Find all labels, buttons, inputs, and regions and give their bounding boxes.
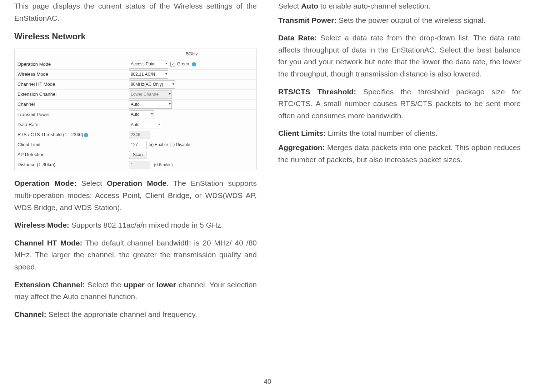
section-heading: Wireless Network — [14, 30, 257, 43]
row-transmit-power: Transmit Power Auto — [15, 110, 256, 120]
table-header-row: 5GHz — [15, 49, 256, 60]
green-checkbox[interactable]: ✓ — [170, 62, 175, 66]
client-limit-input[interactable]: 127 — [129, 141, 147, 149]
left-column: This page displays the current status of… — [14, 0, 257, 373]
transmit-power-paragraph: Transmit Power: Sets the power output of… — [278, 14, 521, 26]
label-rts-threshold: RTS / CTS Threshold (1 - 2346)i — [15, 130, 128, 140]
label-channel: Channel — [15, 100, 128, 109]
channel-paragraph: Channel: Select the approriate channel a… — [14, 308, 257, 321]
client-limits-paragraph: Client Limits: Limits the total number o… — [278, 127, 521, 139]
right-column: Select Auto to enable auto-channel selec… — [278, 0, 521, 373]
auto-channel-paragraph: Select Auto to enable auto-channel selec… — [278, 0, 521, 12]
label-operation-mode: Operation Mode — [15, 60, 128, 69]
distance-input[interactable]: 1 — [129, 161, 150, 169]
row-extension-channel: Extension Channel Lower Channel — [15, 90, 256, 100]
row-channel: Channel Auto — [15, 100, 256, 110]
row-distance: Distance (1-30km) 1 (0.6miles) — [15, 160, 256, 170]
row-client-limit: Client Limit 127 Enable Disable — [15, 140, 256, 150]
page: This page displays the current status of… — [0, 0, 535, 392]
wireless-mode-select[interactable]: 802.11 AC/N — [129, 70, 168, 79]
row-ap-detection: AP Detection Scan — [15, 150, 256, 160]
label-client-limit: Client Limit — [15, 140, 128, 150]
header-band: 5GHz — [128, 49, 256, 59]
client-limit-enable-radio[interactable]: Enable — [149, 142, 168, 148]
page-number: 40 — [14, 373, 521, 392]
green-label: Green — [177, 61, 189, 68]
channel-select[interactable]: Auto — [129, 100, 172, 109]
aggregation-paragraph: Aggregation: Merges data packets into on… — [278, 142, 521, 165]
header-blank — [15, 49, 128, 59]
two-column-layout: This page displays the current status of… — [14, 0, 521, 373]
ht-mode-select[interactable]: 80MHz(AC Only) — [129, 80, 175, 89]
label-wireless-mode: Wireless Mode — [15, 70, 128, 79]
label-transmit-power: Transmit Power — [15, 110, 128, 120]
row-rts-threshold: RTS / CTS Threshold (1 - 2346)i 2346 — [15, 130, 256, 140]
extension-channel-paragraph: Extension Channel: Select the upper or l… — [14, 279, 257, 303]
label-data-rate: Data Rate — [15, 120, 128, 130]
client-limit-disable-radio[interactable]: Disable — [170, 142, 190, 148]
intro-text: This page displays the current status of… — [14, 0, 257, 24]
value-operation-mode: Access Point ✓ Green i — [128, 59, 256, 69]
wireless-settings-table: 5GHz Operation Mode Access Point ✓ Green… — [14, 49, 257, 170]
info-icon[interactable]: i — [84, 133, 88, 137]
info-icon[interactable]: i — [192, 62, 196, 66]
operation-mode-paragraph: Operation Mode: Select Operation Mode. T… — [14, 177, 257, 213]
wireless-mode-paragraph: Wireless Mode: Supports 802.11ac/a/n mix… — [14, 219, 257, 231]
rts-threshold-paragraph: RTS/CTS Threshold: Specifies the thresho… — [278, 86, 521, 122]
data-rate-paragraph: Data Rate: Select a data rate from the d… — [278, 32, 521, 80]
transmit-power-select[interactable]: Auto — [129, 110, 154, 119]
data-rate-select[interactable]: Auto — [129, 121, 161, 129]
label-ap-detection: AP Detection — [15, 150, 128, 160]
label-distance: Distance (1-30km) — [15, 160, 128, 170]
rts-threshold-input[interactable]: 2346 — [129, 131, 150, 139]
operation-mode-select[interactable]: Access Point — [129, 60, 168, 68]
ht-mode-paragraph: Channel HT Mode: The default channel ban… — [14, 237, 257, 273]
label-extension-channel: Extension Channel — [15, 90, 128, 99]
distance-miles: (0.6miles) — [154, 162, 173, 168]
extension-channel-select[interactable]: Lower Channel — [129, 90, 172, 99]
row-wireless-mode: Wireless Mode 802.11 AC/N — [15, 70, 256, 80]
row-ht-mode: Channel HT Mode 80MHz(AC Only) — [15, 80, 256, 90]
row-operation-mode: Operation Mode Access Point ✓ Green i — [15, 59, 256, 69]
scan-button[interactable]: Scan — [129, 151, 146, 159]
label-ht-mode: Channel HT Mode — [15, 80, 128, 89]
row-data-rate: Data Rate Auto — [15, 120, 256, 130]
